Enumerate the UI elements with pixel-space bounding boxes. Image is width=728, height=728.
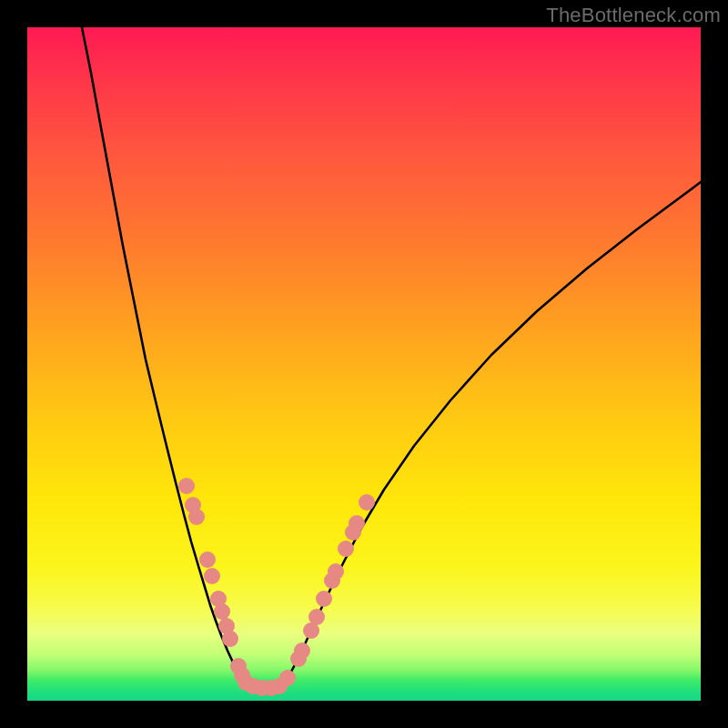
bottleneck-curve bbox=[82, 27, 701, 688]
marker-point bbox=[279, 670, 296, 686]
markers-group bbox=[178, 478, 375, 696]
marker-point bbox=[308, 609, 325, 625]
plot-area bbox=[27, 27, 701, 701]
marker-point bbox=[214, 603, 230, 620]
marker-point bbox=[349, 515, 365, 531]
marker-point bbox=[359, 494, 375, 511]
watermark-text: TheBottleneck.com bbox=[546, 4, 721, 27]
marker-point bbox=[338, 541, 354, 557]
marker-point bbox=[204, 568, 220, 584]
marker-point bbox=[188, 509, 205, 525]
marker-point bbox=[178, 478, 195, 494]
marker-point bbox=[222, 631, 238, 647]
chart-svg bbox=[27, 27, 701, 701]
marker-point bbox=[316, 591, 332, 607]
marker-point bbox=[328, 563, 344, 580]
marker-point bbox=[294, 642, 310, 659]
marker-point bbox=[199, 551, 216, 568]
chart-frame: TheBottleneck.com bbox=[0, 0, 728, 728]
